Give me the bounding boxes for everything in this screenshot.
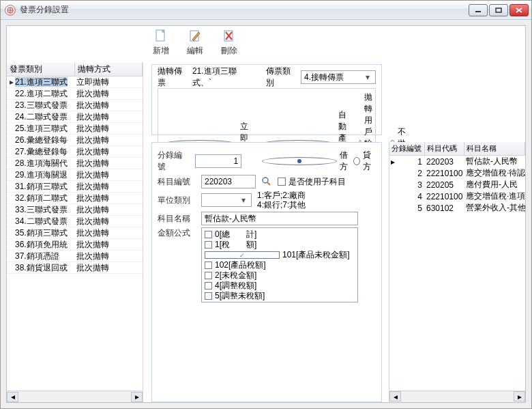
list-item[interactable]: 34.二聯式發票批次拋轉 xyxy=(7,216,143,227)
window-title: 發票分錄設置 xyxy=(20,4,69,16)
chevron-down-icon: ▾ xyxy=(239,195,248,205)
left-scrollbar[interactable]: ◂ ▸ xyxy=(7,391,143,402)
checkbox-icon xyxy=(205,231,212,238)
amount-option[interactable]: 4[調整稅額] xyxy=(205,281,355,291)
entry-list: 分錄編號 科目代碼 科目名稱 ▸1220203暫估款-人民幣222210100應… xyxy=(389,142,525,402)
list-item[interactable]: 28.進項海關代批次拋轉 xyxy=(7,158,143,169)
use-sub-account-checkbox[interactable]: 是否使用子科目 xyxy=(278,176,346,188)
table-row[interactable]: 3220205應付費用-人民 xyxy=(389,179,525,191)
svg-rect-4 xyxy=(496,8,501,12)
transfer-text: 21.進項三聯式、` xyxy=(192,66,246,89)
svg-point-12 xyxy=(263,178,268,183)
left-col-mode[interactable]: 拋轉方式 xyxy=(75,62,143,76)
search-icon[interactable] xyxy=(261,176,272,187)
right-col-no[interactable]: 分錄編號 xyxy=(389,142,425,155)
entry-no-label: 分錄編號 xyxy=(158,150,190,173)
table-row[interactable]: 5630102營業外收入-其他 xyxy=(389,202,525,214)
invoice-type-list: 發票類別 拋轉方式 ▸21.進項三聯式立即拋轉22.進項二聯式批次拋轉23.三聯… xyxy=(7,63,143,402)
checkbox-icon xyxy=(205,292,212,300)
scroll-right-icon[interactable]: ▸ xyxy=(514,391,525,401)
radio-credit[interactable]: 貸方 xyxy=(353,150,376,173)
app-window: 發票分錄設置 新增 xyxy=(0,0,532,409)
list-item[interactable]: 24.二聯式發票批次拋轉 xyxy=(7,111,143,123)
amount-option[interactable]: 2[未稅金額] xyxy=(205,270,355,281)
right-list-header: 分錄編號 科目代碼 科目名稱 xyxy=(389,142,525,156)
svg-line-13 xyxy=(267,182,270,185)
list-item[interactable]: 33.三聯式發票批次拋轉 xyxy=(7,204,143,216)
list-item[interactable]: 32.銷項二聯式批次拋轉 xyxy=(7,193,143,204)
list-item[interactable]: 37.銷項憑證批次拋轉 xyxy=(7,251,143,262)
left-list-body[interactable]: ▸21.進項三聯式立即拋轉22.進項二聯式批次拋轉23.三聯式發票批次拋轉24.… xyxy=(7,76,143,391)
acct-name-input[interactable]: 暫估款-人民幣 xyxy=(201,212,358,225)
chevron-down-icon: ▾ xyxy=(363,72,372,82)
scroll-left-icon[interactable]: ◂ xyxy=(389,391,401,401)
new-page-icon xyxy=(153,29,168,44)
minimize-button[interactable] xyxy=(469,4,488,16)
right-col-name[interactable]: 科目名稱 xyxy=(464,142,525,155)
list-item[interactable]: 36.銷項免用統批次拋轉 xyxy=(7,239,143,251)
edit-button[interactable]: 編輯 xyxy=(184,29,206,63)
amount-option[interactable]: 1[稅 額] xyxy=(205,240,355,250)
list-item[interactable]: ▸21.進項三聯式立即拋轉 xyxy=(7,76,143,88)
checkbox-icon xyxy=(205,241,212,249)
list-item[interactable]: 29.進項海關退批次拋轉 xyxy=(7,169,143,181)
voucher-type-select[interactable]: 4.接轉傳票 ▾ xyxy=(301,70,376,84)
amount-option[interactable]: 101[產品未稅金額] xyxy=(205,250,355,260)
left-list-header: 發票類別 拋轉方式 xyxy=(7,63,143,76)
acct-no-input[interactable]: 220203 xyxy=(201,175,256,188)
scroll-left-icon[interactable]: ◂ xyxy=(7,392,18,402)
add-button[interactable]: 新增 xyxy=(150,29,172,63)
list-item[interactable]: 26.彙總登錄每批次拋轉 xyxy=(7,135,143,146)
list-item[interactable]: 23.三聯式發票批次拋轉 xyxy=(7,100,143,111)
scroll-right-icon[interactable]: ▸ xyxy=(131,392,143,402)
amount-option[interactable]: 0[總 計] xyxy=(205,229,355,240)
content: 新增 編輯 刪除 發票類別 xyxy=(1,20,531,408)
list-item[interactable]: 38.銷貨退回或批次拋轉 xyxy=(7,262,143,274)
delete-icon xyxy=(222,29,237,44)
checkbox-icon xyxy=(205,272,212,279)
entry-no-input[interactable]: 1 xyxy=(195,154,241,168)
list-item[interactable]: 31.銷項三聯式批次拋轉 xyxy=(7,181,143,193)
list-item[interactable]: 25.進項三聯式批次拋轉 xyxy=(7,123,143,135)
close-button[interactable] xyxy=(509,4,529,16)
table-row[interactable]: 422210100應交增值稅·進項 xyxy=(389,191,525,202)
amount-option[interactable]: 102[產品稅額] xyxy=(205,260,355,270)
right-list-body[interactable]: ▸1220203暫估款-人民幣222210100應交增值稅·待認3220205應… xyxy=(389,156,525,391)
unit-label: 單位類別 xyxy=(158,195,196,206)
acct-no-label: 科目編號 xyxy=(158,176,196,188)
list-item[interactable]: 35.銷項三聯式批次拋轉 xyxy=(7,227,143,239)
row-pointer-icon: ▸ xyxy=(8,77,15,87)
entry-form: 分錄編號 1 借方 貸方 科目編號 220203 是否使用子科目 單位類別 xyxy=(151,142,382,402)
checkbox-icon xyxy=(205,282,212,290)
app-icon xyxy=(5,5,16,16)
amount-option[interactable]: 5[調整未稅額] xyxy=(205,291,355,301)
amount-label: 金額公式 xyxy=(158,227,196,239)
acct-name-label: 科目名稱 xyxy=(158,213,196,225)
unit-select[interactable]: ▾ xyxy=(201,193,252,207)
unit-legend: 1:客戶;2:廠商 4:銀行;7:其他 xyxy=(257,191,306,210)
left-col-type[interactable]: 發票類別 xyxy=(7,62,75,76)
table-row[interactable]: 222210100應交增值稅·待認 xyxy=(389,167,525,179)
transfer-options: 拋轉傳票 21.進項三聯式、` 傳票類別 4.接轉傳票 ▾ 立即拋轉 自動產生傳… xyxy=(151,64,382,135)
radio-debit[interactable]: 借方 xyxy=(262,150,348,173)
list-item[interactable]: 22.進項二聯式批次拋轉 xyxy=(7,88,143,100)
titlebar: 發票分錄設置 xyxy=(1,1,531,20)
delete-button[interactable]: 刪除 xyxy=(218,29,240,63)
voucher-type-label: 傳票類別 xyxy=(266,66,294,89)
right-col-code[interactable]: 科目代碼 xyxy=(425,142,464,155)
checkbox-icon xyxy=(205,251,280,259)
table-row[interactable]: ▸1220203暫估款-人民幣 xyxy=(389,156,525,167)
amount-formula-list[interactable]: 0[總 計]1[稅 額]101[產品未稅金額]102[產品稅額]2[未稅金額]4… xyxy=(201,227,358,302)
toolbar: 新增 編輯 刪除 xyxy=(150,29,240,63)
maximize-button[interactable] xyxy=(489,4,508,16)
transfer-label: 拋轉傳票 xyxy=(158,66,186,89)
checkbox-icon xyxy=(205,262,212,269)
edit-icon xyxy=(188,29,203,44)
list-item[interactable]: 27.彙總登錄每批次拋轉 xyxy=(7,146,143,158)
right-scrollbar[interactable]: ◂ ▸ xyxy=(389,391,525,402)
